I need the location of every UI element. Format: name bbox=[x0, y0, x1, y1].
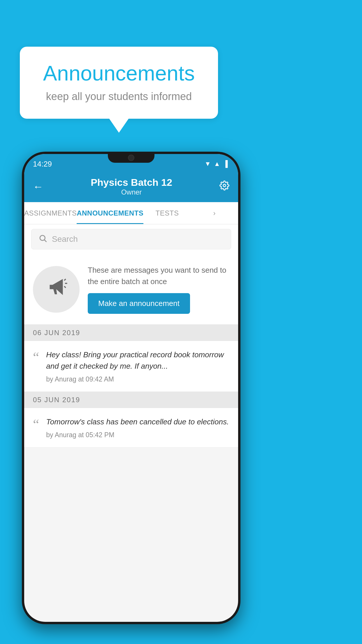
header-center: Physics Batch 12 Owner bbox=[91, 177, 172, 196]
megaphone-icon bbox=[45, 275, 68, 303]
announcement-item-2[interactable]: “ Tomorrow's class has been cancelled du… bbox=[24, 408, 238, 447]
status-time: 14:29 bbox=[33, 160, 52, 169]
search-input[interactable]: Search bbox=[52, 235, 78, 244]
announcement-item-1[interactable]: “ Hey class! Bring your practical record… bbox=[24, 341, 238, 392]
date-separator-2: 05 JUN 2019 bbox=[24, 392, 238, 408]
app-header: ← Physics Batch 12 Owner bbox=[24, 172, 238, 202]
announcement-meta-1: by Anurag at 09:42 AM bbox=[46, 375, 229, 383]
search-icon bbox=[38, 234, 47, 245]
megaphone-circle bbox=[33, 266, 80, 313]
quote-icon-1: “ bbox=[33, 350, 39, 364]
phone-outer: 14:29 ▼ ▲ ▐ ← Physics Batch 12 Owner bbox=[22, 152, 240, 624]
svg-line-3 bbox=[64, 279, 66, 280]
announcement-meta-2: by Anurag at 05:42 PM bbox=[46, 431, 229, 439]
status-icons: ▼ ▲ ▐ bbox=[205, 160, 228, 168]
wifi-icon: ▼ bbox=[205, 160, 211, 168]
announcement-text-1: Hey class! Bring your practical record b… bbox=[46, 349, 229, 372]
svg-line-2 bbox=[45, 240, 47, 242]
user-role: Owner bbox=[91, 188, 172, 196]
tab-more[interactable]: › bbox=[191, 202, 238, 224]
tab-announcements[interactable]: ANNOUNCEMENTS bbox=[77, 202, 143, 224]
quote-icon-2: “ bbox=[33, 417, 39, 431]
tab-tests[interactable]: TESTS bbox=[143, 202, 191, 224]
announcement-content-2: Tomorrow's class has been cancelled due … bbox=[46, 416, 229, 439]
search-container: Search bbox=[24, 224, 238, 254]
date-separator-1: 06 JUN 2019 bbox=[24, 325, 238, 341]
bubble-subtitle: keep all your students informed bbox=[37, 90, 201, 103]
batch-name: Physics Batch 12 bbox=[91, 177, 172, 188]
announcement-content-1: Hey class! Bring your practical record b… bbox=[46, 349, 229, 383]
phone-mockup: 14:29 ▼ ▲ ▐ ← Physics Batch 12 Owner bbox=[22, 152, 240, 630]
prompt-description: These are messages you want to send to t… bbox=[88, 265, 229, 287]
phone-camera bbox=[128, 155, 134, 161]
make-announcement-button[interactable]: Make an announcement bbox=[88, 293, 190, 314]
svg-point-1 bbox=[40, 235, 45, 241]
tab-assignments[interactable]: ASSIGNMENTS bbox=[24, 202, 77, 224]
tab-bar: ASSIGNMENTS ANNOUNCEMENTS TESTS › bbox=[24, 202, 238, 224]
search-bar[interactable]: Search bbox=[31, 229, 231, 249]
speech-bubble-container: Announcements keep all your students inf… bbox=[20, 47, 218, 119]
svg-line-5 bbox=[64, 286, 66, 288]
svg-point-0 bbox=[223, 184, 226, 187]
settings-button[interactable] bbox=[219, 181, 229, 193]
phone-screen: 14:29 ▼ ▲ ▐ ← Physics Batch 12 Owner bbox=[24, 154, 238, 622]
bubble-title: Announcements bbox=[37, 61, 201, 85]
announcement-prompt: These are messages you want to send to t… bbox=[24, 254, 238, 325]
phone-notch bbox=[108, 152, 154, 163]
back-button[interactable]: ← bbox=[33, 181, 43, 193]
signal-icon: ▲ bbox=[214, 160, 220, 168]
announcement-text-2: Tomorrow's class has been cancelled due … bbox=[46, 416, 229, 428]
speech-bubble: Announcements keep all your students inf… bbox=[20, 47, 218, 119]
battery-icon: ▐ bbox=[223, 160, 228, 168]
prompt-content: These are messages you want to send to t… bbox=[88, 265, 229, 314]
